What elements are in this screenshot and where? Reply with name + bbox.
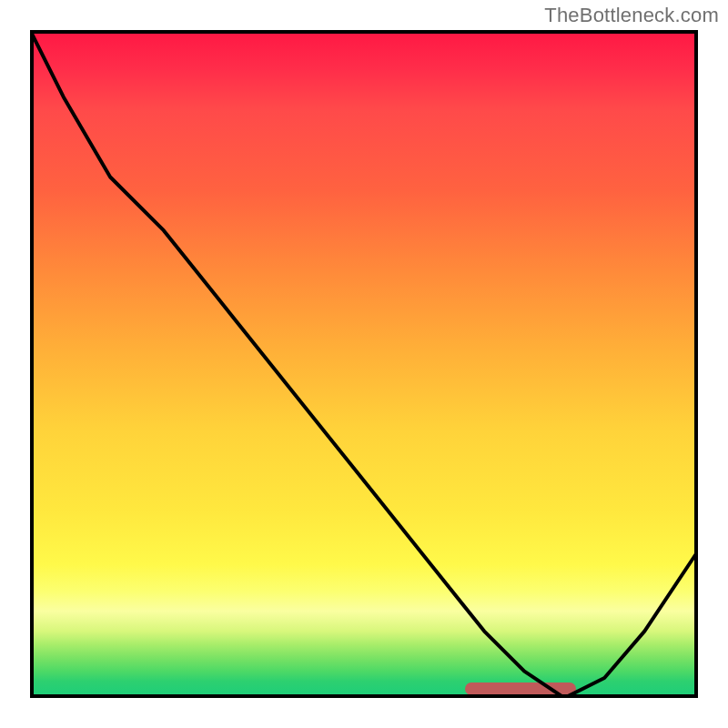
- watermark-text: TheBottleneck.com: [544, 4, 719, 27]
- chart-container: TheBottleneck.com: [0, 0, 728, 728]
- bottleneck-curve: [30, 30, 698, 698]
- plot-area: [30, 30, 698, 698]
